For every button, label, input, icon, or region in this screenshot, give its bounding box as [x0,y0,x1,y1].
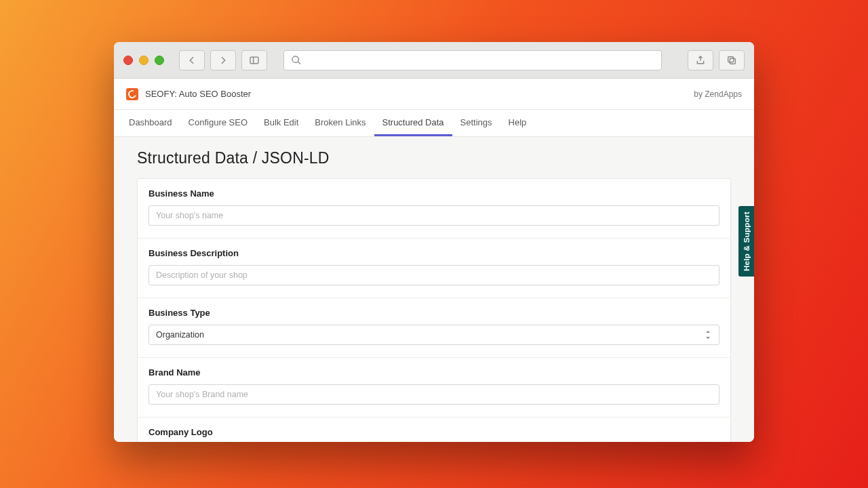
brand-logo-icon [126,88,138,100]
page-content: Structured Data / JSON-LD Business Name … [114,137,754,442]
brand: SEOFY: Auto SEO Booster [126,88,251,100]
field-brand-name: Brand Name [138,358,730,418]
window-controls [123,56,164,65]
label-brand-name: Brand Name [149,367,719,378]
tabs-icon [726,55,737,66]
field-business-name: Business Name [138,179,730,239]
tab-label: Help [509,117,527,127]
tab-label: Structured Data [382,117,444,127]
tab-dashboard[interactable]: Dashboard [121,110,180,136]
chevron-right-icon [218,55,229,66]
input-business-name[interactable] [149,205,719,226]
label-business-name: Business Name [149,188,719,199]
app-header: SEOFY: Auto SEO Booster by ZendApps [114,79,754,110]
field-company-logo: Company Logo [138,418,730,442]
tab-bulk-edit[interactable]: Bulk Edit [256,110,307,136]
sidebar-icon [249,55,260,66]
label-business-description: Business Description [149,248,719,258]
brand-title: SEOFY: Auto SEO Booster [145,89,251,99]
svg-rect-1 [728,56,734,62]
close-window-button[interactable] [123,56,133,65]
svg-rect-2 [730,58,735,64]
tab-help[interactable]: Help [500,110,535,136]
search-icon [291,55,302,66]
tab-label: Dashboard [129,117,172,127]
svg-rect-0 [250,57,258,63]
page-title: Structured Data / JSON-LD [137,149,731,167]
tab-configure-seo[interactable]: Configure SEO [180,110,256,136]
input-business-description[interactable] [149,265,719,285]
back-button[interactable] [179,50,205,70]
sidebar-toggle-button[interactable] [241,50,267,70]
form-card: Business Name Business Description Busin… [137,178,731,442]
minimize-window-button[interactable] [139,56,149,65]
input-brand-name[interactable] [149,384,719,405]
address-bar[interactable] [283,50,662,70]
help-support-tab[interactable]: Help & Support [738,206,754,277]
browser-toolbar [114,42,754,79]
share-button[interactable] [688,50,713,70]
tab-label: Settings [460,117,492,127]
label-company-logo: Company Logo [149,427,719,437]
maximize-window-button[interactable] [155,56,164,65]
help-support-label: Help & Support [743,211,751,271]
field-business-description: Business Description [138,239,730,298]
byline: by ZendApps [694,89,742,99]
label-business-type: Business Type [149,308,719,318]
chevron-left-icon [186,55,197,66]
browser-actions [688,50,745,70]
tab-label: Broken Links [315,117,366,127]
tab-label: Bulk Edit [264,117,298,127]
share-icon [695,55,706,66]
tab-broken-links[interactable]: Broken Links [307,110,374,136]
browser-window: SEOFY: Auto SEO Booster by ZendApps Dash… [114,42,754,442]
nav-buttons [179,50,267,70]
tab-settings[interactable]: Settings [452,110,500,136]
tab-label: Configure SEO [189,117,248,127]
tabs-button[interactable] [719,50,745,70]
tab-structured-data[interactable]: Structured Data [374,110,452,136]
select-business-type[interactable]: Organization [149,325,719,345]
forward-button[interactable] [210,50,236,70]
address-input[interactable] [307,55,654,65]
tab-bar: Dashboard Configure SEO Bulk Edit Broken… [114,110,754,137]
field-business-type: Business Type Organization [138,298,730,358]
